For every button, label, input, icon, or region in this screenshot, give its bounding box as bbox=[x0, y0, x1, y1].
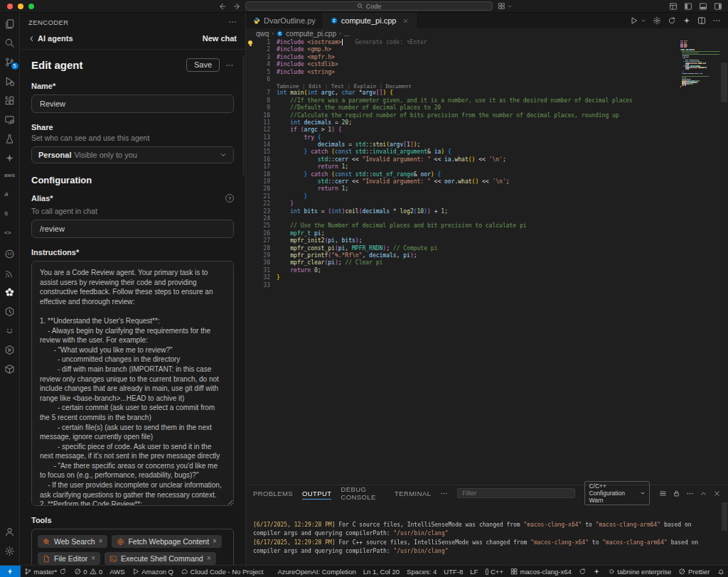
aws-status[interactable]: AWS bbox=[106, 566, 128, 577]
toggle-secondary-sidebar-icon[interactable] bbox=[714, 2, 722, 11]
tool-chip[interactable]: Fetch Webpage Content× bbox=[112, 535, 221, 548]
new-chat-button[interactable]: New chat bbox=[203, 34, 237, 43]
codelens-link[interactable]: Edit bbox=[309, 83, 321, 90]
package-icon[interactable] bbox=[0, 360, 20, 379]
run-debug-icon[interactable] bbox=[0, 72, 20, 91]
git-branch-status[interactable]: master* bbox=[21, 566, 70, 577]
hexagon-play-icon[interactable] bbox=[0, 340, 20, 360]
remote-explorer-icon[interactable] bbox=[0, 110, 20, 129]
back-arrow-icon[interactable] bbox=[218, 2, 226, 11]
save-button[interactable]: Save bbox=[186, 58, 220, 72]
toggle-panel-icon[interactable] bbox=[699, 2, 707, 11]
toggle-primary-sidebar-icon[interactable] bbox=[684, 2, 692, 11]
search-icon[interactable] bbox=[0, 33, 20, 53]
back-to-ai-agents[interactable]: AI agents bbox=[28, 34, 73, 43]
close-panel-icon[interactable] bbox=[713, 490, 721, 497]
tab-DvarOutline.py[interactable]: DvarOutline.py bbox=[246, 13, 323, 28]
testing-icon[interactable] bbox=[0, 129, 20, 149]
breadcrumb-item[interactable]: ... bbox=[344, 30, 350, 38]
output-list-icon[interactable] bbox=[659, 490, 667, 497]
eol-status[interactable]: LF bbox=[466, 566, 481, 577]
more-actions-icon[interactable] bbox=[686, 490, 694, 497]
more-actions-icon[interactable] bbox=[228, 18, 237, 26]
lock-scroll-icon[interactable] bbox=[673, 490, 680, 497]
problems-status[interactable]: 00 bbox=[70, 566, 107, 577]
explorer-icon[interactable] bbox=[0, 14, 20, 33]
remove-tool-icon[interactable]: × bbox=[207, 555, 211, 562]
settings-icon[interactable] bbox=[653, 16, 661, 25]
codelens-link[interactable]: Document bbox=[386, 83, 412, 90]
minimap[interactable] bbox=[680, 41, 720, 90]
run-dropdown-icon[interactable] bbox=[641, 18, 646, 23]
split-editor-icon[interactable] bbox=[697, 16, 706, 25]
customize-layout-icon[interactable] bbox=[669, 2, 678, 11]
codelens-link[interactable]: Tabnine bbox=[277, 83, 299, 90]
remove-tool-icon[interactable]: × bbox=[91, 555, 95, 562]
prettier-status[interactable]: Prettier bbox=[675, 566, 713, 577]
name-field[interactable] bbox=[31, 95, 234, 113]
zoom-window-button[interactable] bbox=[28, 4, 34, 9]
lightbulb-icon[interactable] bbox=[248, 41, 252, 45]
command-center-search[interactable]: Code bbox=[245, 1, 493, 11]
editor-scrollbar[interactable] bbox=[721, 63, 727, 102]
code-editor[interactable]: 1#include <iostream>Generate code: ⌥Ente… bbox=[246, 39, 728, 485]
settings-gear-icon[interactable] bbox=[0, 541, 20, 561]
cpptools-configuration[interactable]: macos-clang-x64 bbox=[507, 566, 575, 577]
close-window-button[interactable] bbox=[7, 4, 13, 9]
source-control-icon[interactable]: 5 bbox=[0, 53, 20, 72]
azure-icon[interactable]: A bbox=[0, 187, 20, 206]
amazon-q-status[interactable]: Amazon Q bbox=[129, 566, 177, 577]
cursor-position[interactable]: Ln 1, Col 20 bbox=[360, 566, 403, 577]
sparkle-icon[interactable] bbox=[682, 16, 691, 25]
aws-icon[interactable]: aws bbox=[0, 168, 20, 187]
minimize-window-button[interactable] bbox=[18, 4, 23, 9]
bot-icon[interactable] bbox=[0, 244, 20, 264]
panel-tab-output[interactable]: OUTPUT bbox=[302, 485, 331, 501]
hexagon-clock-icon[interactable] bbox=[0, 302, 20, 321]
sparkle-status-icon[interactable] bbox=[589, 566, 604, 577]
sync-status-icon[interactable] bbox=[575, 566, 590, 577]
smiley-icon[interactable] bbox=[0, 321, 20, 340]
notifications-bell-icon[interactable] bbox=[714, 566, 728, 577]
panel-tab-terminal[interactable]: TERMINAL bbox=[395, 485, 431, 501]
tab-compute_pi.cpp[interactable]: Ccompute_pi.cpp bbox=[323, 13, 417, 28]
sparkle-icon[interactable] bbox=[0, 149, 20, 168]
snyk-icon[interactable]: S bbox=[0, 206, 20, 225]
more-panel-tabs-icon[interactable] bbox=[440, 490, 448, 497]
help-icon[interactable]: ? bbox=[225, 194, 234, 203]
sidebar-scrollbar[interactable] bbox=[242, 55, 245, 176]
code-pair-icon[interactable]: <> bbox=[0, 225, 20, 244]
maximize-panel-icon[interactable] bbox=[700, 490, 707, 497]
more-actions-icon[interactable] bbox=[225, 61, 234, 70]
tabnine-status[interactable]: tabnine enterprise bbox=[604, 566, 675, 577]
breadcrumb-item[interactable]: compute_pi.cpp bbox=[286, 30, 336, 38]
signal-icon[interactable] bbox=[0, 264, 20, 283]
close-icon[interactable] bbox=[402, 18, 409, 24]
extensions-menu[interactable] bbox=[498, 2, 513, 10]
remove-tool-icon[interactable]: × bbox=[213, 538, 217, 545]
zencoder-icon[interactable] bbox=[0, 283, 20, 302]
more-actions-icon[interactable] bbox=[712, 16, 721, 25]
account-icon[interactable] bbox=[0, 522, 20, 541]
tool-chip[interactable]: Execute Shell Command× bbox=[105, 552, 215, 565]
chevron-down-icon[interactable] bbox=[507, 4, 513, 9]
panel-tab-debug-console[interactable]: DEBUG CONSOLE bbox=[341, 485, 385, 501]
language-mode[interactable]: {}C++ bbox=[481, 566, 507, 577]
extensions-icon[interactable] bbox=[0, 91, 20, 110]
sync-icon[interactable] bbox=[668, 16, 676, 25]
alias-field[interactable] bbox=[31, 220, 234, 238]
encoding-status[interactable]: UTF-8 bbox=[440, 566, 466, 577]
instructions-field[interactable] bbox=[31, 261, 234, 506]
output-log[interactable]: [6/17/2025, 12:29:28 PM] For C source fi… bbox=[246, 501, 728, 565]
cloud-code-status[interactable]: Cloud Code - No Project bbox=[177, 566, 267, 577]
tool-chip[interactable]: Web Search× bbox=[38, 535, 107, 548]
extensions-menu-icon[interactable] bbox=[498, 2, 505, 10]
codelens-link[interactable]: Test bbox=[331, 83, 344, 90]
panel-scrollbar[interactable] bbox=[722, 502, 727, 531]
output-filter-input[interactable] bbox=[457, 488, 575, 498]
tool-chip[interactable]: File Editor× bbox=[38, 552, 100, 565]
codelens-link[interactable]: Explain bbox=[353, 83, 376, 90]
remote-indicator[interactable] bbox=[0, 566, 21, 577]
breadcrumb-item[interactable]: qwq bbox=[256, 30, 269, 38]
azure-openai-status[interactable]: AzureOpenAI: Completion bbox=[274, 566, 359, 577]
